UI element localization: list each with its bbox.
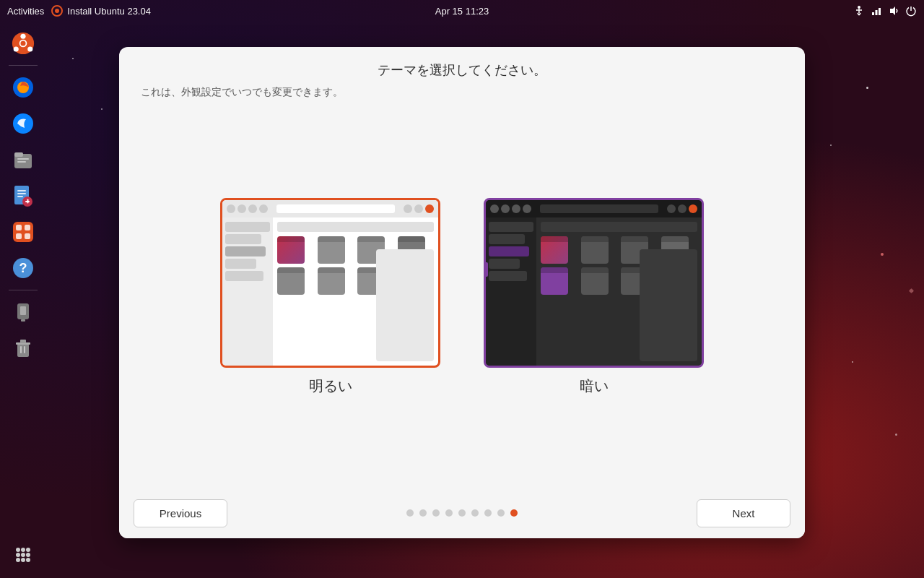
svg-point-52: [21, 558, 25, 562]
progress-dots: [406, 509, 518, 517]
dark-accent-bar: [486, 262, 488, 277]
svg-rect-40: [17, 344, 29, 357]
dark-sidebar: [486, 217, 536, 366]
topbar: Activities Install Ubuntu 23.04 Apr 15 1…: [0, 0, 924, 22]
svg-rect-9: [879, 8, 881, 15]
lm-folder-1: [277, 236, 305, 264]
svg-rect-38: [20, 306, 26, 315]
dm-folder-5: [541, 267, 568, 295]
dt-btn-2: [501, 204, 510, 213]
svg-rect-32: [25, 225, 30, 230]
dt-btn-1: [490, 204, 499, 213]
svg-rect-21: [17, 158, 29, 160]
dot-1: [406, 509, 414, 517]
ubiquity-icon: [51, 5, 63, 17]
dm-folder-6: [581, 267, 609, 295]
sidebar-app-trash[interactable]: [7, 332, 39, 364]
svg-text:?: ?: [19, 261, 27, 275]
theme-light-option[interactable]: 明るい: [220, 198, 440, 396]
svg-rect-24: [17, 190, 26, 191]
topbar-datetime: Apr 15 11:23: [435, 6, 489, 17]
topbar-right: [853, 5, 917, 17]
lt-btn-4: [259, 204, 268, 213]
activities-button[interactable]: Activities: [7, 6, 44, 17]
svg-rect-44: [24, 346, 25, 353]
sidebar: ?: [0, 22, 46, 578]
svg-rect-8: [876, 10, 878, 15]
sidebar-app-grid[interactable]: [7, 539, 39, 571]
svg-rect-30: [13, 222, 33, 242]
lm-folder-6: [318, 267, 345, 295]
svg-point-1: [55, 9, 59, 13]
sidebar-app-firefox[interactable]: [7, 72, 39, 103]
light-sidebar: [222, 217, 273, 366]
app-title-text: Install Ubuntu 23.04: [67, 6, 151, 17]
previous-button[interactable]: Previous: [134, 499, 227, 527]
dt-btn-3: [512, 204, 520, 213]
light-titlebar: [222, 200, 438, 217]
dialog-subtitle: これは、外観設定でいつでも変更できます。: [119, 86, 805, 106]
network-icon[interactable]: [871, 5, 882, 17]
next-button[interactable]: Next: [697, 499, 790, 527]
volume-icon[interactable]: [888, 5, 899, 17]
svg-rect-39: [21, 319, 25, 322]
dialog-header: テーマを選択してください。: [119, 47, 805, 86]
sidebar-app-help[interactable]: ?: [7, 252, 39, 284]
dot-6: [471, 509, 479, 517]
theme-light-label: 明るい: [309, 376, 352, 396]
sidebar-app-files[interactable]: [7, 144, 39, 176]
theme-dark-option[interactable]: 暗い: [484, 198, 704, 396]
lt-btn-2: [237, 204, 246, 213]
svg-marker-10: [890, 7, 895, 15]
dot-2: [419, 509, 427, 517]
sidebar-app-store[interactable]: [7, 216, 39, 248]
theme-dark-preview[interactable]: [484, 198, 704, 368]
sidebar-bottom: [7, 539, 39, 571]
dot-8: [497, 509, 505, 517]
light-main: [273, 217, 438, 366]
svg-rect-22: [17, 161, 26, 163]
svg-line-6: [859, 13, 860, 15]
sidebar-app-writer[interactable]: [7, 180, 39, 212]
power-icon[interactable]: [905, 5, 917, 17]
lt-btn-1: [227, 204, 235, 213]
svg-rect-33: [16, 233, 22, 239]
dt-close-btn: [689, 204, 697, 213]
svg-rect-26: [17, 196, 23, 197]
install-dialog: テーマを選択してください。 これは、外観設定でいつでも変更できます。: [119, 47, 805, 538]
dot-5: [458, 509, 466, 517]
sidebar-app-ubuntu[interactable]: [7, 27, 39, 59]
dot-3: [432, 509, 440, 517]
svg-rect-7: [872, 12, 874, 15]
light-body: [222, 217, 438, 366]
svg-rect-20: [14, 152, 23, 157]
svg-point-49: [21, 553, 25, 557]
lm-folder-5: [277, 267, 305, 295]
lm-preview: [376, 249, 434, 361]
theme-light-preview[interactable]: [220, 198, 440, 368]
accessibility-icon[interactable]: [853, 5, 865, 17]
sidebar-divider-2: [9, 290, 38, 290]
svg-rect-43: [20, 346, 22, 353]
dm-folder-1: [541, 236, 568, 264]
dark-main: [536, 217, 702, 366]
svg-point-50: [26, 553, 30, 557]
svg-point-13: [14, 46, 19, 51]
dt-btn-4: [523, 204, 531, 213]
dot-4: [445, 509, 453, 517]
svg-point-46: [21, 548, 25, 552]
theme-dark-label: 暗い: [580, 376, 609, 396]
svg-rect-25: [17, 193, 26, 194]
sidebar-app-usb[interactable]: [7, 296, 39, 328]
topbar-left: Activities Install Ubuntu 23.04: [7, 5, 151, 17]
svg-point-51: [16, 558, 20, 562]
svg-point-2: [858, 6, 860, 9]
dark-body: [486, 217, 702, 366]
svg-rect-31: [16, 225, 22, 230]
svg-rect-29: [27, 199, 29, 204]
dot-7: [484, 509, 492, 517]
app-title-icon: Install Ubuntu 23.04: [51, 5, 151, 17]
svg-rect-42: [20, 340, 26, 343]
sidebar-app-thunderbird[interactable]: [7, 108, 39, 139]
svg-point-47: [26, 548, 30, 552]
